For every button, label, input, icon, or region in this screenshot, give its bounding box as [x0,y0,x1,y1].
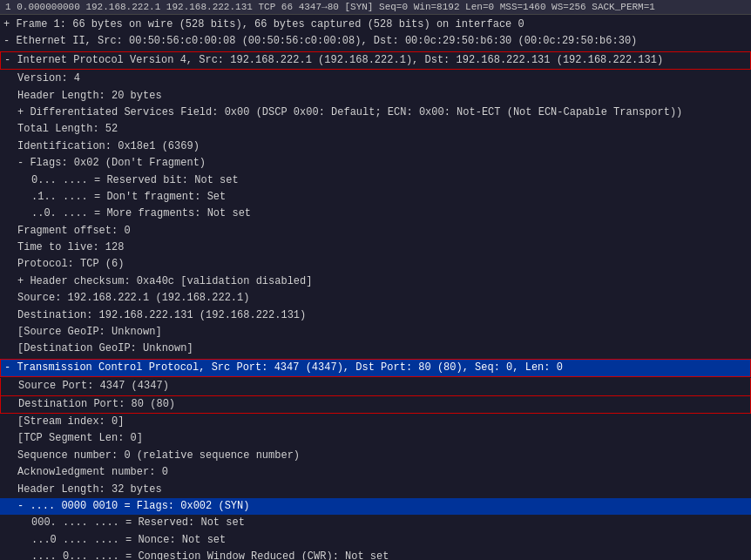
tree-line-ip-frag[interactable]: Fragment offset: 0 [0,223,751,240]
line-text-tcp-ack: Acknowledgment number: 0 [17,466,168,478]
line-text-ip-version: Version: 4 [17,72,80,84]
line-text-ip-cksum: + Header checksum: 0xa40c [validation di… [17,275,312,287]
line-text-tcp-stream: [Stream index: 0] [17,415,124,428]
line-text-ip-geoip-src: [Source GeoIP: Unknown] [17,326,162,338]
tree-line-ip-flags-rb[interactable]: 0... .... = Reserved bit: Not set [0,172,751,189]
tree-line-tcp-hdrlen[interactable]: Header Length: 32 bytes [0,482,751,498]
tree-line-tcp-flags-cwr[interactable]: .... 0... .... = Congestion Window Reduc… [0,549,751,560]
tree-line-ip-proto[interactable]: Protocol: TCP (6) [0,256,751,273]
tree-line-tcp-seglen[interactable]: [TCP Segment Len: 0] [0,430,751,447]
line-text-tcp-dstport: Destination Port: 80 (80) [18,398,175,410]
line-text-tcp-flags-cwr: .... 0... .... = Congestion Window Reduc… [31,550,389,560]
packet-tree[interactable]: + Frame 1: 66 bytes on wire (528 bits), … [0,15,751,560]
line-text-tcp-flags-nonce: ...0 .... .... = Nonce: Not set [31,534,226,546]
tree-line-ip-totlen[interactable]: Total Length: 52 [0,121,751,138]
tree-line-ip-flags[interactable]: - Flags: 0x02 (Don't Fragment) [0,155,751,172]
tree-line-tcp-ack[interactable]: Acknowledgment number: 0 [0,464,751,481]
tree-line-tcp-stream[interactable]: [Stream index: 0] [0,414,751,430]
tree-line-ip-flags-df[interactable]: .1.. .... = Don't fragment: Set [0,189,751,206]
tree-line-tcp-dstport[interactable]: Destination Port: 80 (80) [0,396,751,414]
tree-line-tcp-srcport[interactable]: Source Port: 4347 (4347) [0,378,751,395]
tree-line-tcp-flags-nonce[interactable]: ...0 .... .... = Nonce: Not set [0,532,751,549]
tree-line-ip-geoip-src[interactable]: [Source GeoIP: Unknown] [0,324,751,341]
line-text-ip: - Internet Protocol Version 4, Src: 192.… [4,54,663,66]
tree-line-ip-id[interactable]: Identification: 0x18e1 (6369) [0,138,751,155]
line-text-ip-dsfield: + Differentiated Services Field: 0x00 (D… [17,106,682,118]
tree-line-ip-dst[interactable]: Destination: 192.168.222.131 (192.168.22… [0,307,751,324]
line-text-tcp: - Transmission Control Protocol, Src Por… [4,361,563,374]
line-text-ip-flags-mf: ..0. .... = More fragments: Not set [31,207,251,219]
line-text-ip-flags: - Flags: 0x02 (Don't Fragment) [17,157,206,169]
line-text-ip-dst: Destination: 192.168.222.131 (192.168.22… [17,309,306,321]
tree-line-ethernet[interactable]: - Ethernet II, Src: 00:50:56:c0:00:08 (0… [0,33,751,50]
line-text-frame: + Frame 1: 66 bytes on wire (528 bits), … [3,18,524,30]
line-text-ip-flags-df: .1.. .... = Don't fragment: Set [31,191,226,203]
tree-line-tcp-seq[interactable]: Sequence number: 0 (relative sequence nu… [0,448,751,464]
line-text-ip-hlen: Header Length: 20 bytes [17,90,162,102]
tree-line-ip-hlen[interactable]: Header Length: 20 bytes [0,88,751,105]
line-text-ip-frag: Fragment offset: 0 [17,225,131,237]
line-text-tcp-seq: Sequence number: 0 (relative sequence nu… [17,449,300,462]
title-text: 1 0.000000000 192.168.222.1 192.168.222.… [5,2,655,12]
line-text-ip-ttl: Time to live: 128 [17,241,124,253]
line-text-ip-src: Source: 192.168.222.1 (192.168.222.1) [17,292,249,304]
line-text-tcp-seglen: [TCP Segment Len: 0] [17,432,143,444]
title-bar: 1 0.000000000 192.168.222.1 192.168.222.… [0,0,751,15]
line-text-tcp-srcport: Source Port: 4347 (4347) [18,380,169,392]
line-text-tcp-flags-res: 000. .... .... = Reserved: Not set [31,516,245,529]
tree-line-tcp-flags-res[interactable]: 000. .... .... = Reserved: Not set [0,515,751,531]
tree-line-tcp[interactable]: - Transmission Control Protocol, Src Por… [0,359,751,377]
tree-line-ip-cksum[interactable]: + Header checksum: 0xa40c [validation di… [0,273,751,290]
tree-line-tcp-flags[interactable]: - .... 0000 0010 = Flags: 0x002 (SYN) [0,498,751,515]
tree-line-frame[interactable]: + Frame 1: 66 bytes on wire (528 bits), … [0,17,751,33]
line-text-ip-flags-rb: 0... .... = Reserved bit: Not set [31,174,239,186]
line-text-ip-id: Identification: 0x18e1 (6369) [17,140,200,152]
tree-line-ip-ttl[interactable]: Time to live: 128 [0,240,751,256]
tree-line-ip-version[interactable]: Version: 4 [0,71,751,87]
tree-line-ip-flags-mf[interactable]: ..0. .... = More fragments: Not set [0,206,751,222]
line-text-ip-proto: Protocol: TCP (6) [17,258,124,270]
line-text-ethernet: - Ethernet II, Src: 00:50:56:c0:00:08 (0… [3,35,637,47]
line-text-tcp-flags: - .... 0000 0010 = Flags: 0x002 (SYN) [17,500,249,512]
tree-line-ip[interactable]: - Internet Protocol Version 4, Src: 192.… [0,51,751,70]
tree-line-ip-dsfield[interactable]: + Differentiated Services Field: 0x00 (D… [0,105,751,121]
line-text-tcp-hdrlen: Header Length: 32 bytes [17,483,162,496]
tree-line-ip-geoip-dst[interactable]: [Destination GeoIP: Unknown] [0,341,751,357]
line-text-ip-geoip-dst: [Destination GeoIP: Unknown] [17,342,193,354]
line-text-ip-totlen: Total Length: 52 [17,123,118,135]
tree-line-ip-src[interactable]: Source: 192.168.222.1 (192.168.222.1) [0,290,751,307]
